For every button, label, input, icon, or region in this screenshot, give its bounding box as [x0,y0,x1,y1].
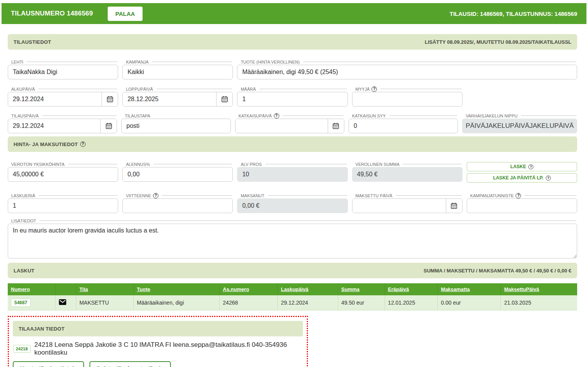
veroton-input[interactable] [8,167,118,182]
invoice-product: Määräaikainen, digi [134,295,220,310]
col-tila[interactable]: Tila [76,283,133,295]
kampanja-label: KAMPANJA [126,60,148,64]
loppupaiva-input[interactable] [123,92,216,106]
myyja-help-icon[interactable] [371,86,377,92]
katkaisun-syy-label: KATKAISUN SYY [352,114,386,118]
maara-input[interactable] [237,92,347,107]
laske-help-icon[interactable] [528,164,533,169]
remove-subscriber-button[interactable]: Poista tilauksesta tilaaja [89,361,170,367]
edit-subscriber-button[interactable]: Muuta tilaajan tietoja [13,361,84,367]
tilauspaiva-input[interactable] [8,119,100,133]
alkupaiva-label: ALKUPÄIVÄ [11,87,35,91]
tilaustapa-input[interactable] [121,119,230,133]
section-title: TILAUSTIEDOT [14,39,51,45]
maksettu-paiva-calendar-button[interactable] [446,199,462,213]
katkaisun-syy-input[interactable] [349,119,458,133]
invoice-due-date: 12.01.2025 [385,295,438,310]
section-title: HINTA- JA MAKSUTIEDOT [14,141,78,147]
invoices-table: Numero Tila Tuote As.numero Laskupäivä S… [8,283,577,310]
envelope-icon[interactable] [59,299,66,305]
invoice-status: MAKSETTU [76,295,133,310]
col-maksettupaiva[interactable]: MaksettuPäivä [501,283,577,295]
verollinen-summa-value: 49,50 € [352,167,462,182]
alennus-input[interactable] [122,167,233,182]
section-laskut-header: LASKUT SUMMA / MAKSETTU / MAKSAMATTA 49,… [8,263,577,278]
col-as-numero[interactable]: As.numero [220,283,278,295]
field-kampanja: KAMPANJA [122,59,233,79]
invoice-unpaid: 0.00 eur [438,295,501,310]
lisatiedot-textarea[interactable]: In eu mauris auctor lorem gravida iaculi… [8,224,577,258]
field-lisatiedot: LISÄTIEDOT In eu mauris auctor lorem gra… [8,218,577,260]
viitteenne-label: VIITTEENNE [126,193,151,198]
katkaisupaiva-input[interactable] [236,119,328,133]
section-hinta-header: HINTA- JA MAKSUTIEDOT [8,136,577,152]
subscriber-info-text: 24218 Leena Seppä Jakotie 3 C 10 IMATRA … [34,341,303,357]
kampanjatunniste-help-icon[interactable] [516,193,521,198]
field-katkaisun-syy: KATKAISUN SYY [349,113,458,133]
calendar-icon [105,122,113,130]
col-tuote[interactable]: Tuote [134,283,220,295]
laske-ja-paivita-help-icon[interactable] [546,176,551,181]
tilauspaiva-label: TILAUSPÄIVÄ [11,114,39,118]
katkaisupaiva-calendar-button[interactable] [328,119,344,133]
field-alennus: ALENNUS% [122,161,233,183]
field-maksettu-paiva: MAKSETTU PÄIVÄ [352,193,462,213]
field-kampanjatunniste: KAMPANJATUNNISTE [467,193,577,213]
field-loppupaiva: LOPPUPÄIVÄ [122,86,233,107]
katkaisupaiva-help-icon[interactable] [274,113,279,119]
field-viitteenne: VIITTEENNE [122,193,233,213]
field-lehti: LEHTI [8,59,118,79]
varhaisjakelun-nippu-value: PÄIVÄJAKELUPÄIVÄJAKELUPÄIVÄ [462,119,577,133]
order-id-info: TILAUSID: 1486569, TILAUSTUNNUS: 1486569 [450,10,577,17]
col-erapaiva[interactable]: Eräpäivä [385,283,438,295]
kampanja-input[interactable] [122,65,233,79]
col-summa[interactable]: Summa [338,283,385,295]
tilauspaiva-calendar-button[interactable] [100,119,117,133]
field-varhaisjakelun-nippu: VARHAISJAKELUN NIPPU PÄIVÄJAKELUPÄIVÄJAK… [462,113,577,133]
laskueria-label: LASKUERIÄ [11,193,35,198]
laske-button-group: LASKE LASKE JA PÄIVITÄ LP. [467,161,577,183]
added-modified-meta: LISÄTTY 08.09.2025/, MUUTETTU 08.09.2025… [425,39,571,45]
hinta-help-icon[interactable] [80,141,86,147]
verollinen-summa-label: VEROLLINEN SUMMA [356,162,400,167]
lehti-label: LEHTI [11,60,23,64]
laskueria-input[interactable] [8,198,118,213]
invoice-number-link[interactable]: 54687 [11,298,31,307]
field-katkaisupaiva: KATKAISUPÄIVÄ [235,113,344,133]
col-laskupaiva[interactable]: Laskupäivä [278,283,338,295]
laske-ja-paivita-button[interactable]: LASKE JA PÄIVITÄ LP. [467,173,577,183]
calendar-icon [332,122,340,130]
subscriber-number-badge[interactable]: 24218 [13,345,31,353]
tuote-input[interactable] [237,65,577,79]
invoice-row: 54687 MAKSETTU Määräaikainen, digi 24268… [8,295,577,310]
field-veroton-yksikkohinta: VEROTON YKSIKKÖHINTA [8,161,118,183]
alkupaiva-calendar-button[interactable] [101,92,118,106]
laske-button[interactable]: LASKE [467,162,577,171]
loppupaiva-label: LOPPUPÄIVÄ [126,87,153,91]
tilaustapa-label: TILAUSTAPA [125,114,150,118]
myyja-label: MYYJÄ [356,87,370,91]
field-tilaustapa: TILAUSTAPA [121,113,230,133]
order-header-bar: TILAUSNUMERO 1486569 PALAA TILAUSID: 148… [2,3,586,24]
invoice-paid-date: 21.03.2025 [501,295,577,310]
subscriber-section-highlight: TILAAJAN TIEDOT 24218 24218 Leena Seppä … [8,316,308,367]
viitteenne-help-icon[interactable] [153,193,158,198]
tuote-label: TUOTE (HINTA VEROLLINEN) [241,60,299,64]
katkaisupaiva-label: KATKAISUPÄIVÄ [239,114,272,118]
lehti-input[interactable] [8,65,118,79]
col-maksamatta[interactable]: Maksamatta [438,283,501,295]
field-maara: MÄÄRÄ [237,86,347,107]
calendar-icon [106,95,114,103]
back-button[interactable]: PALAA [108,7,143,21]
viitteenne-input[interactable] [122,198,233,213]
veroton-label: VEROTON YKSIKKÖHINTA [11,162,65,167]
field-verollinen-summa: VEROLLINEN SUMMA 49,50 € [352,161,462,183]
col-numero[interactable]: Numero [8,283,55,295]
alkupaiva-input[interactable] [8,92,101,106]
calendar-icon [221,95,229,103]
myyja-input[interactable] [352,92,462,107]
maksettu-paiva-input[interactable] [352,199,446,213]
kampanjatunniste-input[interactable] [467,198,577,213]
loppupaiva-calendar-button[interactable] [216,92,232,106]
invoices-table-header-row: Numero Tila Tuote As.numero Laskupäivä S… [8,283,577,295]
